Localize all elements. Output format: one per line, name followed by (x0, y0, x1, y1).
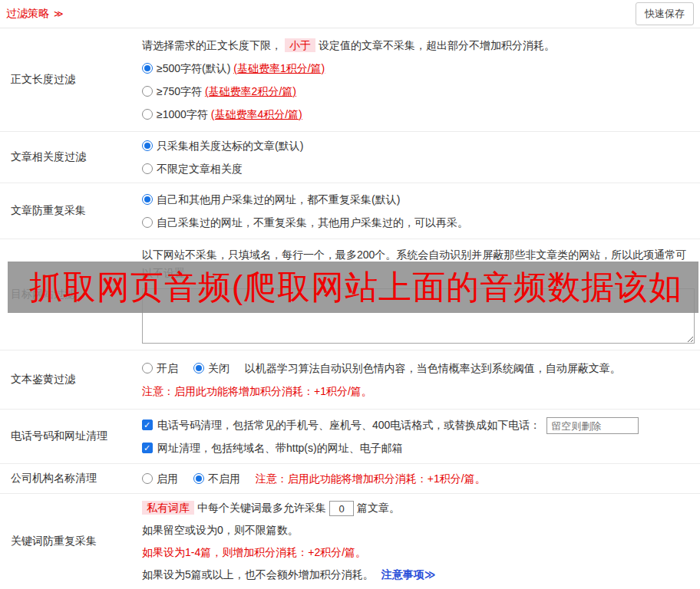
option-fee-text: (基础费率4积分/篇) (211, 108, 302, 120)
radio-option-length-750[interactable]: ≥750字符 (基础费率2积分/篇) (142, 80, 694, 103)
radio-icon[interactable] (142, 140, 153, 151)
section-keyword-dedup: 关键词防重复采集 私有词库中每个关键词最多允许采集篇文章。 如果留空或设为0，则… (0, 494, 700, 589)
checkbox-url-clean[interactable]: 网址清理，包括纯域名、带http(s)的网址、电子邮箱 (142, 442, 403, 454)
radio-icon[interactable] (193, 363, 204, 373)
section-dedup: 文章防重复采集 自己和其他用户采集过的网址，都不重复采集(默认) 自己采集过的网… (0, 183, 700, 239)
replacement-phone-input[interactable] (546, 417, 639, 434)
keyword-dedup-line4: 如果设为5篇或以上，也不会额外增加积分消耗。注意事项≫ (142, 564, 694, 586)
option-text: 关闭 (208, 362, 229, 374)
option-text: ≥750字符 (157, 85, 205, 97)
option-fee-text: (基础费率1积分/篇) (233, 62, 325, 74)
keyword-dedup-line3: 如果设为1-4篇，则增加积分消耗：+2积分/篇。 (142, 541, 694, 564)
radio-option-porn-on[interactable]: 开启 (142, 362, 181, 374)
radio-option-length-500[interactable]: ≥500字符(默认) (基础费率1积分/篇) (142, 57, 694, 80)
section-label-porn-filter: 文本鉴黄过滤 (0, 350, 134, 409)
radio-option-length-1000[interactable]: ≥1000字符 (基础费率4积分/篇) (142, 103, 694, 126)
checkbox-icon[interactable] (142, 443, 153, 453)
radio-icon[interactable] (142, 217, 153, 228)
page-header: 过滤策略 ≫ 快速保存 (0, 0, 700, 28)
page-title[interactable]: 过滤策略 ≫ (6, 7, 63, 21)
option-text: 自己采集过的网址，不重复采集，其他用户采集过的，可以再采。 (157, 216, 468, 229)
radio-icon[interactable] (142, 109, 153, 120)
checkbox-text: 网址清理，包括纯域名、带http(s)的网址、电子邮箱 (157, 442, 403, 454)
section-body-length: 正文长度过滤 请选择需求的正文长度下限，小于设定值的文章不采集，超出部分不增加积… (0, 28, 700, 132)
line4-text: 如果设为5篇或以上，也不会额外增加积分消耗。 (142, 568, 374, 581)
radio-icon[interactable] (142, 194, 153, 205)
quick-save-button[interactable]: 快速保存 (636, 2, 694, 25)
private-lexicon-highlight: 私有词库 (142, 501, 194, 515)
radio-icon[interactable] (142, 86, 153, 97)
checkbox-phone-clean[interactable]: 电话号码清理，包括常见的手机号、座机号、400电话格式，或替换成如下电话： (142, 419, 543, 431)
section-label-company-clean: 公司机构名称清理 (0, 464, 134, 493)
line1-end-text: 篇文章。 (357, 502, 400, 514)
radio-option-relevance-strict[interactable]: 只采集相关度达标的文章(默认) (142, 134, 694, 157)
video-caption-overlay: 抓取网页音频(爬取网站上面的音频数据该如 (8, 262, 698, 313)
option-text: 自己和其他用户采集过的网址，都不重复采集(默认) (157, 193, 400, 206)
section-label-body-length: 正文长度过滤 (0, 28, 134, 131)
option-text: 开启 (157, 362, 178, 374)
option-text: 只采集相关度达标的文章(默认) (157, 140, 303, 152)
radio-option-company-on[interactable]: 启用 (142, 472, 181, 485)
radio-icon[interactable] (142, 163, 153, 174)
section-label-dedup: 文章防重复采集 (0, 183, 134, 239)
radio-option-porn-off[interactable]: 关闭 (193, 362, 233, 374)
section-porn-filter: 文本鉴黄过滤 开启 关闭 以机器学习算法自动识别色情内容，当色情概率达到系统阈值… (0, 350, 700, 410)
option-text: 启用 (157, 472, 178, 485)
keyword-dedup-line1: 私有词库中每个关键词最多允许采集篇文章。 (142, 497, 694, 519)
section-relevance: 文章相关度过滤 只采集相关度达标的文章(默认) 不限定文章相关度 (0, 132, 700, 183)
radio-option-relevance-any[interactable]: 不限定文章相关度 (142, 157, 694, 180)
checkbox-text: 电话号码清理，包括常见的手机号、座机号、400电话格式，或替换成如下电话： (157, 419, 540, 431)
option-text: ≥1000字符 (157, 108, 211, 120)
overlay-caption-text: 抓取网页音频(爬取网站上面的音频数据该如 (8, 265, 682, 310)
option-text: ≥500字符(默认) (157, 62, 233, 74)
company-clean-note: 注意：启用此功能将增加积分消耗：+1积分/篇。 (256, 472, 486, 485)
radio-option-dedup-own[interactable]: 自己采集过的网址，不重复采集，其他用户采集过的，可以再采。 (142, 211, 694, 234)
section-label-relevance: 文章相关度过滤 (0, 132, 134, 183)
porn-filter-description: 以机器学习算法自动识别色情内容，当色情概率达到系统阈值，自动屏蔽文章。 (245, 362, 621, 374)
radio-icon[interactable] (142, 473, 153, 484)
radio-icon[interactable] (193, 473, 204, 484)
notes-link[interactable]: 注意事项≫ (381, 568, 436, 581)
radio-icon[interactable] (142, 63, 153, 74)
section-company-clean: 公司机构名称清理 启用 不启用 注意：启用此功能将增加积分消耗：+1积分/篇。 (0, 464, 700, 494)
radio-option-dedup-all[interactable]: 自己和其他用户采集过的网址，都不重复采集(默认) (142, 188, 694, 211)
page-title-text: 过滤策略 (6, 7, 49, 19)
radio-icon[interactable] (142, 363, 153, 373)
less-than-highlight: 小于 (285, 38, 315, 52)
line1-mid-text: 中每个关键词最多允许采集 (197, 502, 326, 514)
section-label-keyword-dedup: 关键词防重复采集 (0, 494, 134, 589)
chevron-collapse-icon: ≫ (54, 8, 64, 19)
body-length-intro: 请选择需求的正文长度下限，小于设定值的文章不采集，超出部分不增加积分消耗。 (142, 34, 694, 57)
keyword-dedup-line2: 如果留空或设为0，则不限篇数。 (142, 519, 694, 541)
porn-filter-note: 注意：启用此功能将增加积分消耗：+1积分/篇。 (142, 380, 694, 403)
filter-strategy-page: 过滤策略 ≫ 快速保存 正文长度过滤 请选择需求的正文长度下限，小于设定值的文章… (0, 0, 700, 589)
option-fee-text: (基础费率2积分/篇) (205, 85, 296, 97)
radio-option-company-off[interactable]: 不启用 (193, 472, 243, 485)
section-phone-url-clean: 电话号码和网址清理 电话号码清理，包括常见的手机号、座机号、400电话格式，或替… (0, 410, 700, 464)
max-articles-input[interactable] (329, 501, 354, 516)
intro-pre-text: 请选择需求的正文长度下限， (142, 39, 282, 51)
checkbox-icon[interactable] (142, 420, 153, 430)
option-text: 不限定文章相关度 (157, 163, 243, 175)
option-text: 不启用 (208, 472, 240, 485)
section-label-phone-url-clean: 电话号码和网址清理 (0, 410, 134, 463)
intro-post-text: 设定值的文章不采集，超出部分不增加积分消耗。 (319, 39, 555, 51)
